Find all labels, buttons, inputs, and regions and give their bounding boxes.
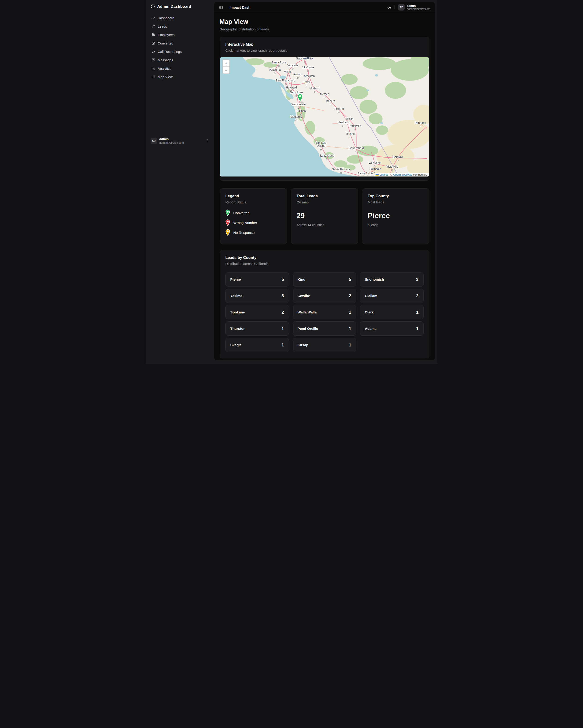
legend-label: No Response (233, 231, 255, 235)
legend-label: Wrong Number (233, 221, 257, 225)
zoom-out-button[interactable]: − (223, 67, 229, 74)
top-county-title: Top County (368, 194, 424, 198)
page-content: Map View Geographic distribution of lead… (214, 18, 435, 358)
sidebar-item-leads[interactable]: Leads (149, 23, 211, 30)
city-dot (285, 83, 286, 84)
osm-link[interactable]: OpenStreetMap (393, 173, 412, 176)
map-icon (151, 75, 155, 79)
ukraine-flag-icon (376, 174, 379, 176)
header-title: Impact Dash (230, 5, 251, 9)
top-county-subtitle: Most leads (368, 200, 424, 204)
sidebar-item-label: Dashboard (158, 16, 174, 20)
city-dot (330, 104, 331, 105)
county-name: Spokane (230, 310, 245, 314)
sidebar-user-chip[interactable]: AD admin admin@cirqley.com (149, 136, 211, 146)
city-label: San LuisObispo (315, 141, 326, 148)
sidebar-item-messages[interactable]: Messages (149, 56, 211, 64)
city-label: Salinas (297, 109, 306, 112)
city-dot (374, 165, 375, 167)
user-email: admin@cirqley.com (407, 7, 430, 11)
city-label: Santa Barbara (332, 168, 350, 171)
city-dot (350, 137, 351, 138)
panel-left-icon[interactable] (219, 6, 223, 9)
sidebar-item-employees[interactable]: Employees (149, 31, 211, 38)
app-window: Admin Dashboard Dashboard Leads Employee… (146, 0, 437, 364)
city-dot (296, 95, 297, 97)
user-name: admin (407, 4, 430, 8)
sidebar: Admin Dashboard Dashboard Leads Employee… (146, 0, 214, 364)
city-label: San Jose (289, 90, 303, 94)
main-panel: Impact Dash AD admin admin@cirqley.com M… (214, 2, 435, 360)
legend-subtitle: Report Status (226, 200, 281, 204)
sidebar-item-map-view[interactable]: Map View (149, 73, 211, 81)
city-dot (420, 126, 421, 127)
city-label: Sacramento (296, 57, 312, 60)
city-label: Delano (346, 132, 355, 135)
county-name: Pierce (230, 277, 241, 281)
city-label: Stockton (304, 74, 315, 78)
city-label: Antioch (293, 73, 302, 76)
divider (395, 5, 395, 9)
county-name: Snohomish (365, 277, 384, 281)
city-label: Vallejo (284, 70, 292, 74)
city-dot (338, 112, 340, 113)
county-count: 1 (416, 310, 419, 315)
sidebar-item-analytics[interactable]: Analytics (149, 65, 211, 72)
kebab-menu-icon[interactable] (206, 139, 209, 143)
city-dot (320, 149, 322, 150)
city-dot (349, 122, 350, 123)
legend-title: Legend (226, 194, 281, 198)
sidebar-item-label: Analytics (158, 67, 171, 71)
city-label: Monterey (290, 115, 302, 119)
map-canvas: SacramentoSanta RosaVacavilleElk GrovePe… (220, 57, 429, 177)
leads-by-county-card: Leads by County Distribution across Cali… (220, 250, 429, 358)
legend-item-wrong-number: Wrong Number (226, 219, 281, 226)
city-dot (304, 61, 305, 62)
city-dot (309, 79, 310, 80)
county-count: 1 (349, 310, 351, 315)
city-dot (340, 172, 341, 174)
users-icon (151, 33, 155, 37)
moon-icon[interactable] (387, 5, 391, 9)
city-label: Madera (326, 100, 335, 103)
county-count: 2 (416, 293, 419, 298)
user-name: admin (159, 137, 203, 141)
city-label: Elk Grove (302, 66, 314, 69)
topbar: Impact Dash AD admin admin@cirqley.com (214, 2, 435, 13)
sidebar-item-call-recordings[interactable]: Call Recordings (149, 48, 211, 55)
city-label: Santa Maria (319, 154, 334, 157)
county-name: Kitsap (298, 343, 308, 347)
user-email: admin@cirqley.com (159, 141, 203, 145)
app-title: Admin Dashboard (157, 4, 191, 9)
city-dot (306, 85, 307, 86)
leaflet-map[interactable]: SacramentoSanta RosaVacavilleElk GrovePe… (220, 57, 429, 177)
county-count: 1 (416, 326, 419, 331)
interactive-map-card: Interactive Map Click markers to view cr… (220, 37, 429, 181)
sidebar-nav: Dashboard Leads Employees Converted Call… (146, 11, 214, 81)
total-leads-card: Total Leads On map 29 Across 14 counties (291, 188, 358, 244)
county-count: 3 (281, 293, 284, 298)
avatar: AD (151, 138, 157, 144)
city-label: Victorville (386, 165, 398, 168)
sidebar-user-meta: admin admin@cirqley.com (159, 137, 203, 145)
county-name: Cowlitz (298, 294, 310, 298)
county-item: Cowlitz2 (293, 289, 356, 303)
city-dot (342, 125, 343, 126)
county-count: 1 (349, 326, 351, 331)
map-card-subtitle: Click markers to view crash report detai… (226, 49, 424, 52)
header-user-chip[interactable]: AD admin admin@cirqley.com (398, 4, 430, 11)
county-grid: Pierce5 King5 Snohomish3 Yakima3 Cowlitz… (226, 272, 424, 352)
total-leads-subtitle: On map (297, 200, 352, 204)
city-dot (298, 107, 299, 108)
county-count: 1 (281, 326, 284, 331)
topbar-right: AD admin admin@cirqley.com (387, 4, 430, 11)
sidebar-item-dashboard[interactable]: Dashboard (149, 14, 211, 22)
county-item: Spokane2 (226, 305, 289, 319)
city-label: Tracy (303, 80, 310, 84)
top-county-value: Pierce (368, 212, 424, 220)
leaflet-link[interactable]: Leaflet (380, 173, 388, 176)
sidebar-item-converted[interactable]: Converted (149, 40, 211, 47)
stats-row: Legend Report Status Converted Wrong Num… (220, 188, 429, 244)
zoom-in-button[interactable]: + (223, 60, 229, 67)
mic-icon (151, 50, 155, 54)
